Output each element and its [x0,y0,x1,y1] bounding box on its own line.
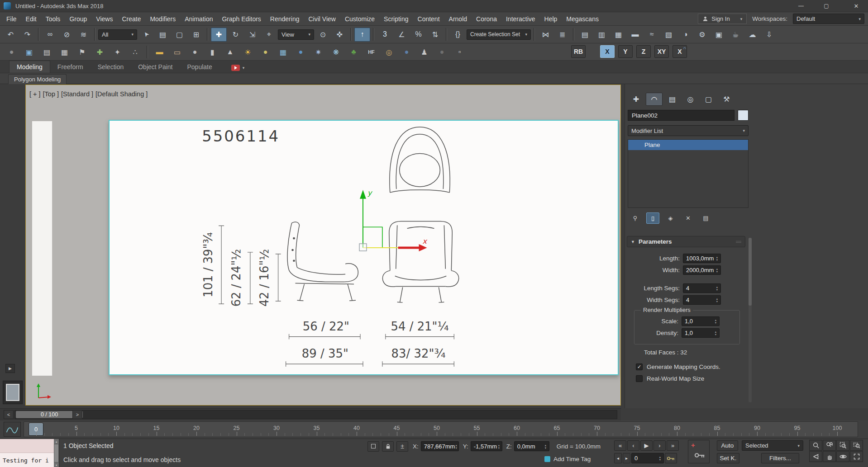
water-drop-icon[interactable]: ● [293,45,309,59]
menu-create[interactable]: Create [117,13,145,25]
spinner-arrows[interactable]: ▴▾ [713,319,718,324]
scroll-up-icon[interactable]: ▴ [54,439,59,444]
selection-filter-dropdown[interactable]: All▾ [98,29,137,40]
redo-button[interactable]: ↷ [19,28,35,42]
menu-graph-editors[interactable]: Graph Editors [217,13,265,25]
viewport-general-menu[interactable]: [ + ] [29,90,41,98]
parameter-field-width-segs[interactable]: 4▴▾ [683,295,721,305]
grid-blue-icon[interactable]: ▦ [275,45,291,59]
manage-layers-button[interactable]: ▦ [610,28,626,42]
select-and-link-button[interactable]: ∞ [42,28,58,42]
character-icon[interactable]: ♟ [416,45,432,59]
configure-modifier-sets-button[interactable]: ▤ [699,212,712,224]
field-of-view-button[interactable] [809,451,822,462]
remove-modifier-button[interactable]: ✕ [682,212,695,224]
curve-editor-button[interactable]: ≈ [644,28,660,42]
set-keys-button[interactable]: + [688,440,710,463]
restrict-x-button[interactable]: X [600,45,615,58]
bind-to-space-warp-button[interactable]: ≋ [76,28,91,42]
hf-icon[interactable]: HF [363,45,379,59]
minimize-button[interactable]: — [795,1,807,11]
rendered-frame-window-button[interactable]: ▣ [711,28,727,42]
coordinate-field-z[interactable]: 0,0mm▴▾ [514,441,549,451]
edit-named-selection-sets-button[interactable]: {} [450,28,466,42]
angle-snap-button[interactable]: ∠ [394,28,410,42]
trackbar-next-button[interactable]: > [72,410,82,419]
select-and-manipulate-button[interactable]: ✜ [332,28,348,42]
select-and-rotate-button[interactable]: ↻ [228,28,243,42]
checkbox-generate-mapping-coords[interactable]: ✓ [636,363,643,370]
scroll-down-icon[interactable]: ▾ [54,462,59,467]
tab-display[interactable]: ▢ [700,93,717,106]
listener-pane[interactable]: Testing for i [0,453,59,467]
toggle-scene-explorer-button[interactable]: ▤ [577,28,593,42]
toggle-ribbon-button[interactable]: ▬ [627,28,643,42]
cylinder-icon[interactable]: ▮ [205,45,220,59]
axis-gizmo-icon[interactable]: ✚ [92,45,108,59]
panel-scrollbar[interactable] [749,238,752,402]
viewport-shading-menu[interactable]: [Default Shading ] [95,90,148,98]
menu-views[interactable]: Views [91,13,117,25]
next-frame-button[interactable]: › [653,440,666,451]
viewport-type-menu[interactable]: [Standard ] [61,90,93,98]
undo-button[interactable]: ↶ [3,28,19,42]
key-mode-toggle-button[interactable] [665,453,677,463]
listener-scrollbar[interactable]: ▴ ▾ [54,439,59,467]
menu-file[interactable]: File [2,13,21,25]
menu-interactive[interactable]: Interactive [501,13,540,25]
key-selection-set-dropdown[interactable]: Selected ▾ [742,440,803,451]
restrict-xy-plane-button[interactable]: XY [654,45,669,58]
expand-panel-button[interactable]: ▶ [5,364,15,373]
previous-frame-button[interactable]: ‹ [627,440,639,451]
capsule-icon[interactable]: ▭ [169,45,185,59]
select-by-name-button[interactable]: ▤ [155,28,171,42]
timeline-ruler[interactable]: 0 51015202530354045505560657075808590951… [24,421,858,437]
percent-snap-button[interactable]: % [410,28,426,42]
plane-yellow-icon[interactable]: ▬ [152,45,167,59]
restore-button[interactable]: ▢ [820,1,832,11]
checkbox-real-world-map-size[interactable] [636,375,643,382]
ribbon-tab-selection[interactable]: Selection [91,61,131,73]
play-animation-button[interactable]: ▶ [640,440,653,451]
object-color-swatch[interactable] [738,110,749,121]
sphere-olive-icon[interactable]: ● [258,45,273,59]
menu-rendering[interactable]: Rendering [266,13,304,25]
tab-modify[interactable]: ◠ [646,93,663,106]
absolute-offset-mode-toggle[interactable]: ± [396,441,408,452]
app-store-button[interactable]: ⇩ [761,28,777,42]
window-crossing-toggle-button[interactable]: ⊞ [188,28,204,42]
render-production-button[interactable]: ☕ [728,28,744,42]
menu-help[interactable]: Help [540,13,562,25]
rectangular-selection-region-button[interactable]: ▢ [172,28,187,42]
align-button[interactable]: ≣ [554,28,570,42]
viewport-layout-tab-button[interactable] [3,381,23,404]
parameter-field-width[interactable]: 2000,0mm▴▾ [683,265,721,275]
toggle-layer-explorer-button[interactable]: ▥ [594,28,610,42]
sheets-icon[interactable]: ▤ [39,45,55,59]
parameter-field-length[interactable]: 1003,0mm▴▾ [683,254,721,263]
make-unique-button[interactable]: ◈ [664,212,677,224]
object-name-field[interactable]: Plane002 [628,110,734,121]
spinner-arrows[interactable]: ▴▾ [497,444,501,449]
material-editor-button[interactable]: ◑ [677,28,693,42]
spinner-snap-button[interactable]: ⇅ [427,28,443,42]
select-and-place-button[interactable]: ⌖ [261,28,277,42]
named-selection-set-dropdown[interactable]: Create Selection Set▾ [467,29,531,40]
menu-customize[interactable]: Customize [340,13,379,25]
maxscript-mini-listener[interactable]: Testing for i ▴ ▾ [0,439,59,467]
orbit-button[interactable] [836,451,849,462]
show-end-result-button[interactable]: ▯ [646,212,659,224]
zoom-region-button[interactable] [850,440,863,451]
unlink-selection-button[interactable]: ⊘ [59,28,75,42]
close-button[interactable]: ✕ [850,1,862,11]
snowflake-icon[interactable]: ❋ [328,45,344,59]
selection-lock-toggle[interactable] [382,441,394,452]
add-time-tag[interactable]: Add Time Tag [544,456,591,462]
parameter-field-density[interactable]: 1,0▴▾ [682,328,720,338]
listener-scrollbar-thumb[interactable] [54,444,58,462]
current-frame-field[interactable]: 0▴▾ [631,453,664,463]
modifier-stack-list[interactable]: Plane [628,139,749,208]
select-and-scale-button[interactable]: ⇲ [244,28,260,42]
tab-utilities[interactable]: ⚒ [718,93,735,106]
scatter-icon[interactable]: ∴ [127,45,143,59]
